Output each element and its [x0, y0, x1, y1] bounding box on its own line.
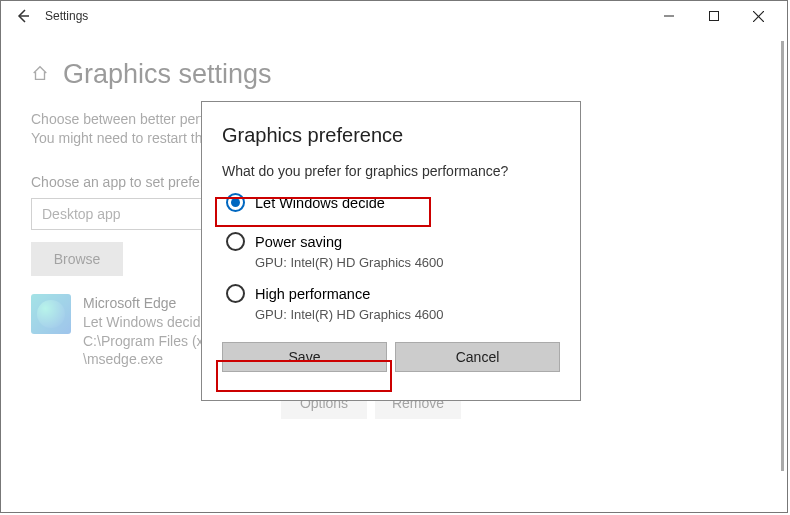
radio-icon	[226, 232, 245, 251]
radio-label: Power saving	[255, 234, 342, 250]
title-bar: Settings	[1, 1, 787, 31]
back-button[interactable]	[7, 1, 39, 31]
svg-rect-1	[709, 12, 718, 21]
radio-icon	[226, 193, 245, 212]
browse-button[interactable]: Browse	[31, 242, 123, 276]
maximize-button[interactable]	[691, 2, 736, 30]
graphics-preference-dialog: Graphics preference What do you prefer f…	[201, 101, 581, 401]
radio-detail-high-performance: GPU: Intel(R) HD Graphics 4600	[255, 307, 560, 322]
radio-detail-power-saving: GPU: Intel(R) HD Graphics 4600	[255, 255, 560, 270]
cancel-button[interactable]: Cancel	[395, 342, 560, 372]
radio-icon	[226, 284, 245, 303]
page-heading: Graphics settings	[63, 59, 272, 90]
radio-power-saving[interactable]: Power saving	[222, 228, 560, 255]
close-button[interactable]	[736, 2, 781, 30]
home-icon[interactable]	[31, 64, 49, 86]
minimize-button[interactable]	[646, 2, 691, 30]
save-button[interactable]: Save	[222, 342, 387, 372]
scrollbar[interactable]	[781, 41, 784, 471]
settings-window: Settings Graphics settings Choose betwee…	[0, 0, 788, 513]
window-title: Settings	[45, 9, 88, 23]
radio-label: High performance	[255, 286, 370, 302]
radio-let-windows-decide[interactable]: Let Windows decide	[222, 189, 560, 216]
radio-label: Let Windows decide	[255, 195, 385, 211]
dialog-title: Graphics preference	[222, 124, 560, 147]
radio-high-performance[interactable]: High performance	[222, 280, 560, 307]
edge-icon	[31, 294, 71, 334]
dialog-subtitle: What do you prefer for graphics performa…	[222, 163, 560, 179]
